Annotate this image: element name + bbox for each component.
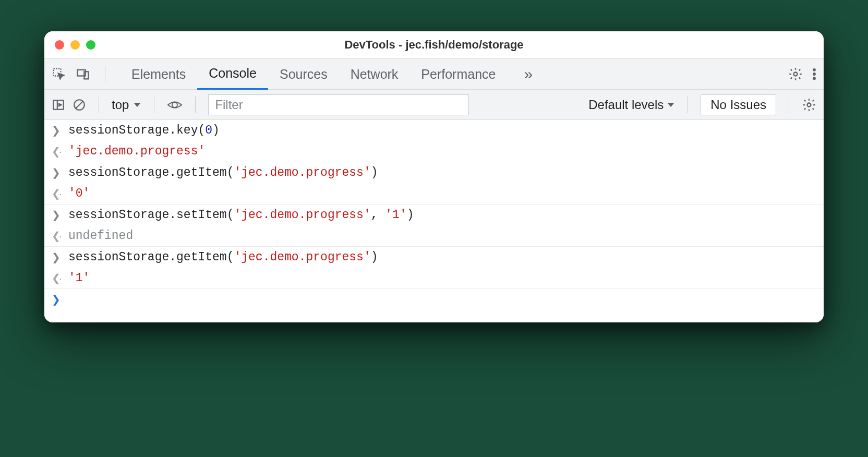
console-output-row[interactable]: ❮·'1' (44, 268, 824, 288)
filter-input[interactable] (208, 94, 469, 115)
input-marker-icon: ❯ (52, 123, 63, 138)
input-marker-icon: ❯ (52, 208, 63, 222)
clear-console-icon[interactable] (73, 98, 86, 112)
traffic-lights (55, 40, 95, 50)
console-output-row[interactable]: ❮·undefined (44, 225, 824, 246)
console-input-row[interactable]: ❯sessionStorage.getItem('jec.demo.progre… (44, 162, 824, 183)
divider (789, 97, 789, 113)
console-toolbar: top Default levels No Issues (44, 90, 824, 120)
levels-label: Default levels (588, 98, 664, 112)
svg-point-5 (813, 73, 816, 76)
context-selector[interactable]: top (112, 98, 141, 112)
tabs-right (788, 67, 816, 81)
console-input-row[interactable]: ❯sessionStorage.setItem('jec.demo.progre… (44, 205, 824, 225)
log-levels-selector[interactable]: Default levels (588, 98, 675, 112)
svg-point-12 (807, 103, 811, 106)
console-output-row[interactable]: ❮·'0' (44, 183, 824, 204)
console-input-code: sessionStorage.key(0) (68, 123, 816, 138)
settings-icon[interactable] (788, 67, 803, 81)
maximize-window-button[interactable] (86, 40, 95, 50)
console-prompt-row[interactable]: ❯ (44, 289, 824, 322)
console-output-code: undefined (68, 228, 816, 243)
divider (105, 66, 105, 82)
context-label: top (112, 98, 129, 112)
divider (195, 97, 196, 113)
tab-network[interactable]: Network (339, 58, 410, 90)
console-entry: ❯sessionStorage.getItem('jec.demo.progre… (44, 247, 824, 289)
output-marker-icon: ❮· (52, 228, 63, 243)
console-entry: ❯sessionStorage.setItem('jec.demo.progre… (44, 205, 824, 247)
tab-sources[interactable]: Sources (268, 58, 339, 90)
svg-point-4 (813, 68, 816, 71)
divider (154, 97, 154, 113)
issues-label: No Issues (710, 98, 766, 112)
svg-point-11 (172, 102, 177, 107)
more-menu-icon[interactable] (812, 67, 816, 81)
console-output-code: 'jec.demo.progress' (68, 144, 816, 159)
console-output-code: '1' (68, 271, 816, 285)
output-marker-icon: ❮· (52, 144, 63, 159)
svg-line-10 (76, 101, 83, 108)
svg-point-6 (813, 77, 816, 80)
issues-button[interactable]: No Issues (701, 94, 776, 115)
console-input-row[interactable]: ❯sessionStorage.key(0) (44, 120, 824, 141)
window-title: DevTools - jec.fish/demo/storage (55, 38, 813, 52)
inspect-element-icon[interactable] (52, 67, 66, 81)
more-tabs-button[interactable]: » (516, 65, 540, 83)
console-output-code: '0' (68, 186, 816, 201)
console-input-row[interactable]: ❯sessionStorage.getItem('jec.demo.progre… (44, 247, 824, 268)
input-marker-icon: ❯ (52, 250, 63, 264)
toggle-sidebar-icon[interactable] (52, 98, 65, 112)
tabs-container: ElementsConsoleSourcesNetworkPerformance (120, 58, 507, 90)
chevron-down-icon (133, 101, 141, 109)
divider (99, 97, 99, 113)
tabs-bar: ElementsConsoleSourcesNetworkPerformance… (44, 58, 824, 90)
svg-point-3 (794, 73, 798, 76)
console-input-code: sessionStorage.setItem('jec.demo.progres… (68, 208, 816, 222)
console-entry: ❯sessionStorage.key(0)❮·'jec.demo.progre… (44, 120, 824, 162)
console-input-code: sessionStorage.getItem('jec.demo.progres… (68, 165, 816, 180)
tab-performance[interactable]: Performance (409, 58, 507, 90)
minimize-window-button[interactable] (70, 40, 80, 50)
tabs-left: ElementsConsoleSourcesNetworkPerformance… (52, 58, 540, 90)
prompt-marker-icon: ❯ (52, 292, 63, 307)
console-settings-icon[interactable] (802, 98, 816, 112)
live-expression-icon[interactable] (167, 99, 183, 111)
tab-console[interactable]: Console (197, 58, 268, 90)
console-entry: ❯sessionStorage.getItem('jec.demo.progre… (44, 162, 824, 205)
console-body: ❯sessionStorage.key(0)❮·'jec.demo.progre… (44, 120, 824, 322)
close-window-button[interactable] (55, 40, 64, 50)
titlebar: DevTools - jec.fish/demo/storage (44, 31, 824, 58)
output-marker-icon: ❮· (52, 271, 63, 285)
chevron-down-icon (667, 101, 675, 109)
device-toolbar-icon[interactable] (76, 67, 90, 81)
input-marker-icon: ❯ (52, 165, 63, 180)
console-input-code: sessionStorage.getItem('jec.demo.progres… (68, 250, 816, 264)
console-output-row[interactable]: ❮·'jec.demo.progress' (44, 141, 824, 162)
devtools-window: DevTools - jec.fish/demo/storage Element… (44, 31, 824, 322)
tab-elements[interactable]: Elements (120, 58, 197, 90)
output-marker-icon: ❮· (52, 186, 63, 201)
divider (688, 97, 688, 113)
